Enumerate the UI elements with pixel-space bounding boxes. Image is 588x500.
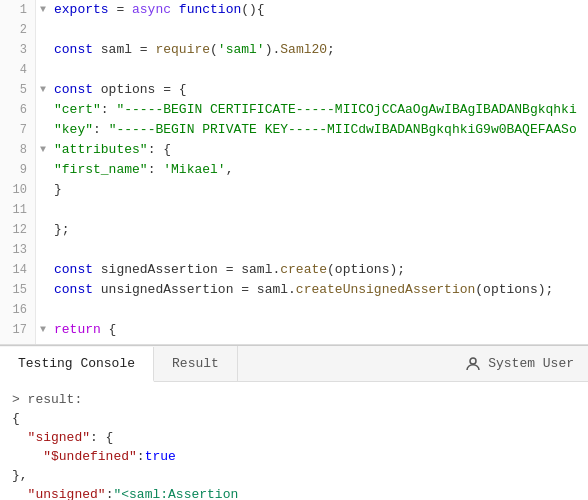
code-line: 11 — [0, 200, 588, 220]
line-number: 3 — [0, 40, 36, 60]
code-lines: 1▼exports = async function(){23 const sa… — [0, 0, 588, 344]
code-line: 15 const unsignedAssertion = saml.create… — [0, 280, 588, 300]
line-number: 8 — [0, 140, 36, 160]
code-line: 3 const saml = require('saml').Saml20; — [0, 40, 588, 60]
line-number: 7 — [0, 120, 36, 140]
output-colon2: : — [137, 447, 145, 466]
output-key: "signed" — [12, 428, 90, 447]
system-user-label: System User — [488, 356, 574, 371]
code-line: 13 — [0, 240, 588, 260]
code-line: 16 — [0, 300, 588, 320]
line-content: signed: signedAssertion, — [50, 340, 241, 344]
line-number: 2 — [0, 20, 36, 40]
line-arrow: ▼ — [36, 80, 50, 100]
line-arrow: ▼ — [36, 0, 50, 20]
code-line: 9 "first_name": 'Mikael', — [0, 160, 588, 180]
line-number: 12 — [0, 220, 36, 240]
code-line: 10 } — [0, 180, 588, 200]
output-brace: { — [12, 409, 20, 428]
output-line-3: "signed" : { — [12, 428, 576, 447]
tab-bar: Testing Console Result System User — [0, 346, 588, 382]
code-line: 1▼exports = async function(){ — [0, 0, 588, 20]
output-line-2: { — [12, 409, 576, 428]
line-number: 4 — [0, 60, 36, 80]
tab-label: Testing Console — [18, 356, 135, 371]
output-key-unsigned: "unsigned" — [12, 485, 106, 500]
system-user-area: System User — [450, 355, 588, 373]
code-line: 4 — [0, 60, 588, 80]
line-content: } — [50, 180, 62, 200]
line-number: 5 — [0, 80, 36, 100]
svg-point-0 — [470, 358, 476, 364]
tab-testing-console[interactable]: Testing Console — [0, 347, 154, 382]
output-str-val: "<saml:Assertion xmlns:saml=\"urn:oasis:… — [113, 485, 576, 500]
line-content: "cert": "-----BEGIN CERTIFICATE-----MIIC… — [50, 100, 577, 120]
line-number: 6 — [0, 100, 36, 120]
line-number: 14 — [0, 260, 36, 280]
tab-label: Result — [172, 356, 219, 371]
output-line-1: > result: — [12, 390, 576, 409]
output-line-5: }, — [12, 466, 576, 485]
code-line: 6 "cert": "-----BEGIN CERTIFICATE-----MI… — [0, 100, 588, 120]
output-line-6: "unsigned" : "<saml:Assertion xmlns:saml… — [12, 485, 576, 500]
code-line: 5▼ const options = { — [0, 80, 588, 100]
output-close: }, — [12, 466, 28, 485]
user-icon — [464, 355, 482, 373]
line-content: const saml = require('saml').Saml20; — [50, 40, 335, 60]
line-content: "attributes": { — [50, 140, 171, 160]
line-content: const unsignedAssertion = saml.createUns… — [50, 280, 553, 300]
line-number: 1 — [0, 0, 36, 20]
output-bool: true — [145, 447, 176, 466]
code-line: 12 }; — [0, 220, 588, 240]
line-number: 18 — [0, 340, 36, 344]
code-line: 18 signed: signedAssertion, — [0, 340, 588, 344]
line-number: 16 — [0, 300, 36, 320]
code-line: 2 — [0, 20, 588, 40]
code-editor: 1▼exports = async function(){23 const sa… — [0, 0, 588, 345]
output-key-undefined: "$undefined" — [12, 447, 137, 466]
code-line: 14 const signedAssertion = saml.create(o… — [0, 260, 588, 280]
line-content: }; — [50, 220, 70, 240]
line-content: "key": "-----BEGIN PRIVATE KEY-----MIICd… — [50, 120, 577, 140]
line-number: 17 — [0, 320, 36, 340]
line-number: 13 — [0, 240, 36, 260]
line-arrow: ▼ — [36, 140, 50, 160]
line-number: 11 — [0, 200, 36, 220]
output-colon: : { — [90, 428, 113, 447]
line-content: const options = { — [50, 80, 187, 100]
console-output: > result: { "signed" : { "$undefined" : … — [0, 382, 588, 500]
bottom-panel: Testing Console Result System User > res… — [0, 345, 588, 500]
output-line-4: "$undefined" : true — [12, 447, 576, 466]
output-colon3: : — [106, 485, 114, 500]
code-line: 8▼ "attributes": { — [0, 140, 588, 160]
code-line: 17▼ return { — [0, 320, 588, 340]
line-arrow: ▼ — [36, 320, 50, 340]
line-number: 15 — [0, 280, 36, 300]
line-number: 10 — [0, 180, 36, 200]
prompt: > result: — [12, 390, 82, 409]
line-content: return { — [50, 320, 116, 340]
tab-result[interactable]: Result — [154, 346, 238, 381]
line-number: 9 — [0, 160, 36, 180]
line-content: const signedAssertion = saml.create(opti… — [50, 260, 405, 280]
line-content: exports = async function(){ — [50, 0, 265, 20]
code-line: 7 "key": "-----BEGIN PRIVATE KEY-----MII… — [0, 120, 588, 140]
line-content: "first_name": 'Mikael', — [50, 160, 233, 180]
